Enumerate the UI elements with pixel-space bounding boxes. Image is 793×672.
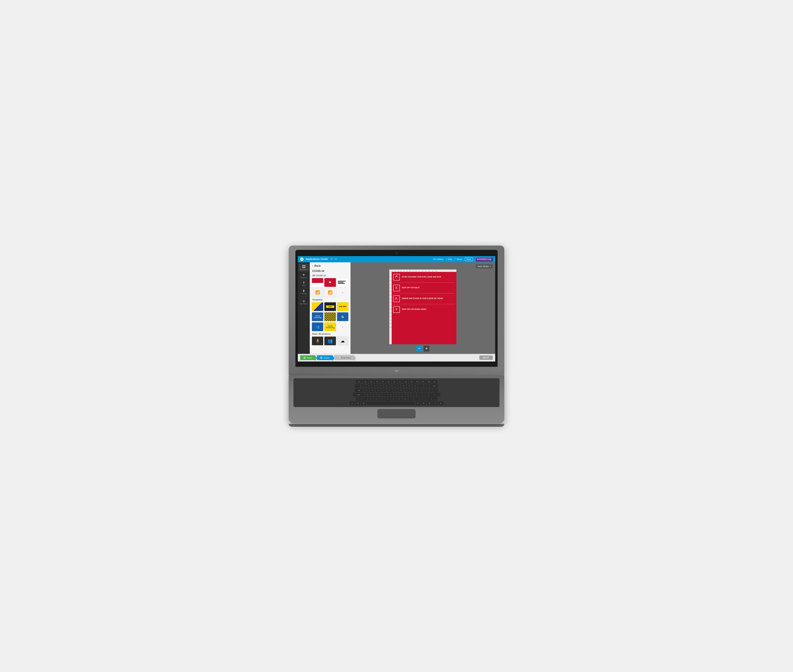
key-1[interactable]: 1 xyxy=(361,384,366,388)
key-f4[interactable]: F4 xyxy=(380,380,385,384)
key-rbracket[interactable]: ] xyxy=(427,388,432,392)
key-w[interactable]: w xyxy=(370,388,375,392)
key-o[interactable]: o xyxy=(410,388,415,392)
key-lbracket[interactable]: [ xyxy=(421,388,427,392)
template-item-8[interactable]: SocialDistancing xyxy=(324,322,336,331)
covid-item-5[interactable]: 📶 xyxy=(324,288,336,297)
key-9[interactable]: 9 xyxy=(406,384,412,388)
key-right[interactable]: ▶ xyxy=(438,401,443,405)
key-backslash[interactable]: \ xyxy=(433,388,438,392)
key-q[interactable]: q xyxy=(364,388,369,392)
sidebar-item-settings[interactable]: ⚙ SETTINGS xyxy=(299,299,309,306)
key-period[interactable]: . xyxy=(414,397,419,401)
next-button[interactable]: NEXT xyxy=(480,355,493,360)
key-c[interactable]: c xyxy=(379,397,385,401)
key-x[interactable]: x xyxy=(374,397,379,401)
key-f5[interactable]: F5 xyxy=(386,380,391,384)
templates-more-button[interactable]: › xyxy=(337,322,349,331)
covid-item-2[interactable]: ⚑ xyxy=(324,278,336,287)
key-comma[interactable]: , xyxy=(408,397,414,401)
key-esc[interactable]: esc xyxy=(356,380,363,384)
step-final-check[interactable]: 3 Final Check xyxy=(334,355,354,360)
template-item-2[interactable]: HERE xyxy=(324,302,336,311)
key-y[interactable]: y xyxy=(393,388,398,392)
key-5[interactable]: 5 xyxy=(384,384,389,388)
sidebar-item-objects[interactable]: ✦ OBJECTS xyxy=(299,272,309,280)
key-f1[interactable]: F1 xyxy=(363,380,368,384)
key-h[interactable]: h xyxy=(394,393,399,397)
key-7[interactable]: 7 xyxy=(395,384,400,388)
key-rctrl[interactable]: ctrl xyxy=(421,401,426,405)
key-slash[interactable]: / xyxy=(420,397,425,401)
key-ralt[interactable]: alt xyxy=(415,401,420,405)
key-caps[interactable]: caps xyxy=(353,393,365,397)
sidebar-item-photos[interactable]: 🖼 3M COVID-19 xyxy=(299,264,309,272)
key-f7[interactable]: F7 xyxy=(398,380,403,384)
key-k[interactable]: k xyxy=(405,393,411,397)
key-space[interactable] xyxy=(367,401,415,405)
key-8[interactable]: 8 xyxy=(401,384,406,388)
key-updown[interactable]: ▲▼ xyxy=(432,401,438,405)
key-i[interactable]: i xyxy=(404,388,409,392)
undo-button[interactable]: ↩ xyxy=(330,258,333,261)
touchpad[interactable] xyxy=(377,409,416,419)
panel-back-button[interactable]: ‹ Back xyxy=(310,262,350,269)
template-item-1[interactable] xyxy=(312,302,323,311)
key-fn[interactable]: fn xyxy=(350,401,355,405)
key-lalt[interactable]: alt xyxy=(361,401,366,405)
key-6[interactable]: 6 xyxy=(389,384,395,388)
key-u[interactable]: u xyxy=(398,388,404,392)
covid-item-3[interactable] xyxy=(337,278,349,287)
key-t[interactable]: t xyxy=(387,388,392,392)
key-2[interactable]: 2 xyxy=(366,384,372,388)
covid-more-button[interactable]: › xyxy=(337,288,349,297)
key-n[interactable]: n xyxy=(397,397,402,401)
key-rshift[interactable]: ⇧ xyxy=(425,397,438,401)
key-del[interactable]: del xyxy=(432,380,437,384)
key-s[interactable]: s xyxy=(371,393,376,397)
key-tab[interactable]: tab xyxy=(355,388,363,392)
key-f10[interactable]: F10 xyxy=(415,380,420,384)
key-p[interactable]: p xyxy=(416,388,421,392)
key-f6[interactable]: F6 xyxy=(392,380,397,384)
key-l[interactable]: l xyxy=(411,393,416,397)
key-r[interactable]: r xyxy=(381,388,387,392)
template-item-5[interactable] xyxy=(324,312,336,321)
preview-tool-button[interactable]: 👁 xyxy=(424,346,429,352)
key-f2[interactable]: F2 xyxy=(369,380,374,384)
key-f12[interactable]: F12 xyxy=(426,380,432,384)
sidebar-item-text[interactable]: T TEXT xyxy=(299,280,309,288)
key-semicolon[interactable]: ; xyxy=(417,393,422,397)
key-f9[interactable]: F9 xyxy=(409,380,414,384)
template-item-4[interactable]: SocialDistancing xyxy=(312,312,323,321)
key-e[interactable]: e xyxy=(376,388,381,392)
key-d[interactable]: d xyxy=(377,393,382,397)
template-item-3[interactable]: ONE WAY xyxy=(337,302,349,311)
sticker-content[interactable]: AVOID TOUCHING YOUR EYES, NOSE AND FACE xyxy=(392,272,456,344)
key-left[interactable]: ◀ xyxy=(427,401,432,405)
key-enter[interactable]: ↵ xyxy=(428,393,440,397)
key-minus[interactable]: - xyxy=(418,384,423,388)
edit-tool-button[interactable]: ✏ xyxy=(416,346,422,352)
key-v[interactable]: v xyxy=(385,397,390,401)
share-button[interactable]: ⤴ Share xyxy=(454,258,462,261)
step-design[interactable]: 2 Design xyxy=(317,355,333,360)
key-f11[interactable]: F11 xyxy=(420,380,426,384)
user-button[interactable]: ● PrintOS Org xyxy=(475,257,493,261)
key-z[interactable]: z xyxy=(368,397,373,401)
illust-item-2[interactable]: 👥 xyxy=(324,336,336,346)
help-button[interactable]: ? Help xyxy=(446,258,452,261)
key-g[interactable]: g xyxy=(388,393,393,397)
key-equals[interactable]: = xyxy=(424,384,429,388)
covid-item-4[interactable]: 📶 xyxy=(312,288,323,297)
illust-item-3[interactable]: ☁ xyxy=(337,336,349,346)
key-backspace[interactable]: ⌫ xyxy=(430,384,438,388)
key-a[interactable]: a xyxy=(365,393,370,397)
template-item-7[interactable]: 👥 xyxy=(312,322,323,331)
key-lshift[interactable]: ⇧ xyxy=(355,397,368,401)
gallery-button[interactable]: HP Gallery xyxy=(433,258,443,261)
sidebar-item-upload[interactable]: ⬆ UPLOAD xyxy=(299,288,309,296)
key-backtick[interactable]: ` xyxy=(355,384,360,388)
key-0[interactable]: 0 xyxy=(412,384,417,388)
key-b[interactable]: b xyxy=(391,397,396,401)
